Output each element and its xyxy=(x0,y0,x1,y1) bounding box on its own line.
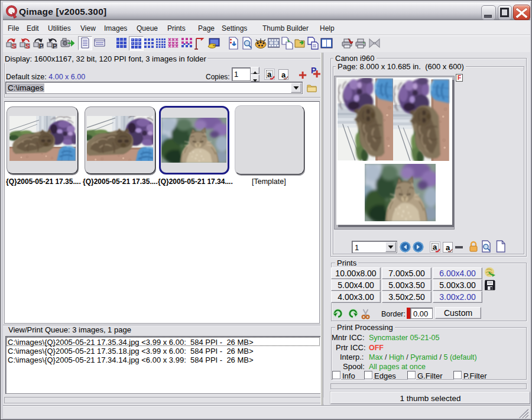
svg-text:P: P xyxy=(53,43,57,49)
svg-text:S: S xyxy=(12,43,16,49)
svg-text:P: P xyxy=(39,43,43,49)
svg-text:S: S xyxy=(25,43,30,49)
